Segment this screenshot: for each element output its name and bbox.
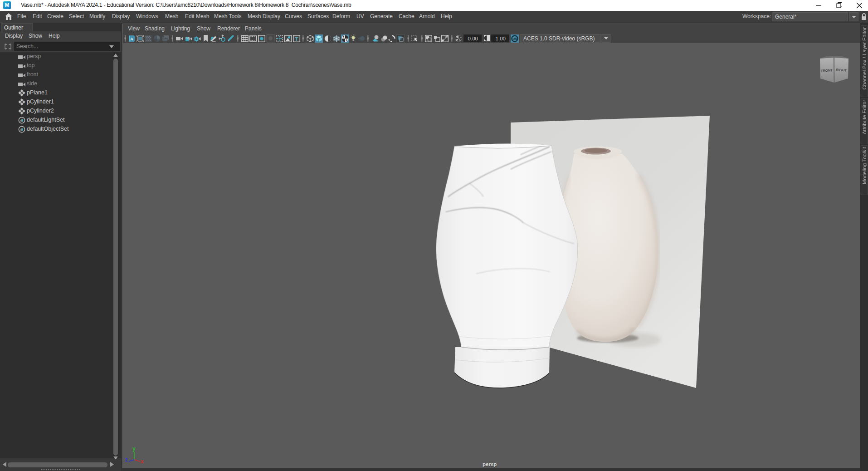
svg-text:FRONT: FRONT — [821, 68, 833, 73]
svg-text:ON: ON — [512, 37, 517, 40]
svg-text:x: x — [141, 458, 144, 465]
svg-text:z: z — [125, 456, 128, 463]
svg-text:ACES 1.0 SDR-video (sRGB): ACES 1.0 SDR-video (sRGB) — [523, 35, 595, 42]
svg-text:y: y — [132, 446, 136, 452]
svg-text:RIGHT: RIGHT — [836, 68, 847, 73]
svg-text:T: T — [295, 36, 298, 42]
svg-text:A: A — [130, 37, 133, 41]
svg-text:1.00: 1.00 — [496, 36, 506, 41]
svg-text:0.00: 0.00 — [468, 36, 478, 41]
